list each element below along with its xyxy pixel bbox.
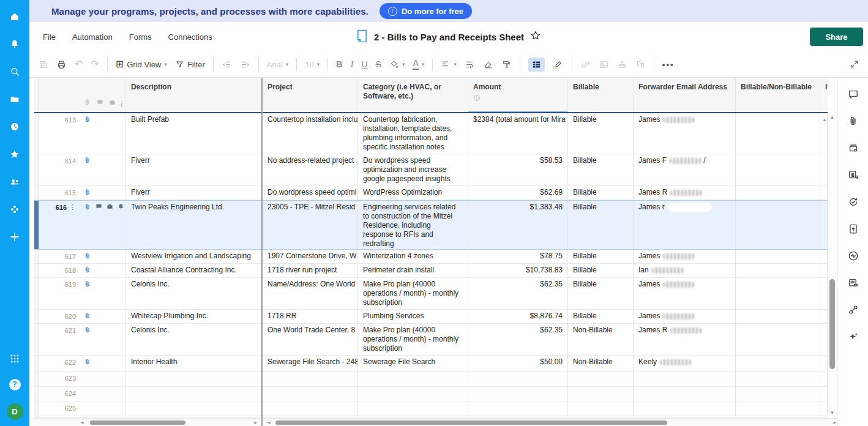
attachment-icon[interactable] xyxy=(83,326,92,337)
cell-description[interactable]: Celonis Inc. xyxy=(125,278,261,309)
row-number[interactable]: 617 xyxy=(65,252,76,261)
cell-amount[interactable] xyxy=(468,402,568,416)
cell-forwarder-email[interactable]: James F / xyxy=(634,154,736,185)
cell-category[interactable]: Countertop fabrication, installation, te… xyxy=(358,113,468,154)
more-options-icon[interactable]: ••• xyxy=(662,60,675,69)
cell-project[interactable]: 1907 Cornerstone Drive, W xyxy=(263,250,358,263)
create-icon[interactable] xyxy=(8,230,21,244)
cell-billable-non-billable[interactable] xyxy=(736,387,820,401)
cell-billable-non-billable[interactable] xyxy=(736,250,820,263)
cell-category[interactable] xyxy=(358,387,468,401)
cell-forwarder-email[interactable]: James xyxy=(634,278,736,309)
row-number-header[interactable] xyxy=(39,78,80,112)
cell-item[interactable] xyxy=(820,387,828,401)
cell-billable[interactable]: Non-Billable xyxy=(568,324,634,355)
vertical-scrollbar[interactable]: ▴ ▾ xyxy=(828,114,837,418)
view-selector[interactable]: ⊞ Grid View ▾ xyxy=(116,59,167,69)
cell-item[interactable] xyxy=(820,372,828,386)
row-select-strip[interactable] xyxy=(34,356,39,371)
cell-project[interactable] xyxy=(263,402,358,416)
row-number[interactable]: 616 xyxy=(56,203,67,212)
cell-row-tools[interactable] xyxy=(80,264,125,277)
cell-row-tools[interactable] xyxy=(80,310,125,323)
cell-description[interactable]: Celonis Inc. xyxy=(125,324,261,355)
account-avatar[interactable]: D xyxy=(7,403,23,420)
row-select-strip[interactable] xyxy=(34,201,39,249)
row-number[interactable]: 613 xyxy=(65,116,76,125)
italic-icon[interactable]: I xyxy=(350,59,353,70)
cell-item[interactable] xyxy=(820,310,828,323)
cell-billable[interactable]: Billable xyxy=(568,310,634,323)
column-header-item[interactable]: Item xyxy=(820,78,828,112)
cell-forwarder-email[interactable] xyxy=(634,402,736,416)
row-number[interactable]: 622 xyxy=(65,358,76,367)
frozen-pane-hscrollbar[interactable]: ◂ ▸ xyxy=(81,419,257,426)
app-launcher-icon[interactable] xyxy=(8,352,21,365)
cell-amount[interactable] xyxy=(468,372,568,386)
cell-billable[interactable]: Billable xyxy=(568,154,634,185)
cell-row-number[interactable]: 623 xyxy=(39,372,80,386)
cell-row-tools[interactable] xyxy=(80,387,125,401)
connections-icon[interactable] xyxy=(847,303,860,316)
cell-project[interactable] xyxy=(263,372,358,386)
cell-forwarder-email[interactable] xyxy=(634,387,736,401)
row-number[interactable]: 618 xyxy=(65,266,76,275)
attachment-icon[interactable] xyxy=(83,312,92,323)
column-header-desc[interactable]: Description xyxy=(125,78,261,112)
cell-category[interactable]: WordPress Optimization xyxy=(358,186,468,200)
strikethrough-icon[interactable]: S xyxy=(376,59,381,69)
expand-icon[interactable] xyxy=(850,59,859,69)
cell-row-number[interactable]: 619 xyxy=(39,278,80,309)
row-select-strip[interactable] xyxy=(34,402,39,416)
cell-forwarder-email[interactable]: Ian xyxy=(634,264,736,277)
column-header-billable[interactable]: Billable xyxy=(568,78,634,112)
cell-amount[interactable]: $2384 (total amount for Mira xyxy=(468,113,568,154)
menu-forms[interactable]: Forms xyxy=(129,32,152,42)
hscroll-thumb[interactable] xyxy=(90,420,185,425)
search-icon[interactable] xyxy=(8,65,21,78)
cell-row-tools[interactable] xyxy=(80,201,125,249)
cell-category[interactable]: Winterization 4 zones xyxy=(358,250,468,263)
cell-forwarder-email[interactable]: Keely xyxy=(634,356,736,371)
column-header-project[interactable]: Project xyxy=(263,78,358,112)
menu-file[interactable]: File xyxy=(43,32,56,42)
cell-billable[interactable]: Billable xyxy=(568,186,634,200)
update-requests-icon[interactable] xyxy=(847,195,860,209)
comments-icon[interactable] xyxy=(847,88,860,101)
cell-description[interactable]: Coastal Alliance Contracting Inc. xyxy=(125,264,261,277)
format-painter-icon[interactable] xyxy=(501,59,512,70)
attachment-icon[interactable] xyxy=(83,252,92,263)
info-icon[interactable] xyxy=(473,94,481,104)
cell-row-tools[interactable] xyxy=(80,356,125,371)
attachment-column-icon[interactable] xyxy=(83,98,92,109)
cell-item[interactable] xyxy=(820,186,828,200)
favorite-star-icon[interactable] xyxy=(530,30,541,43)
cell-billable[interactable]: Billable xyxy=(568,201,634,249)
scroll-left-icon[interactable]: ◂ xyxy=(81,419,84,425)
highlight-icon[interactable] xyxy=(553,59,564,70)
row-select-strip[interactable] xyxy=(34,264,39,277)
cell-amount[interactable]: $78.75 xyxy=(468,250,568,263)
cell-shortcut-icon[interactable] xyxy=(635,59,646,70)
activity-log-icon[interactable] xyxy=(847,249,860,263)
text-color-icon[interactable]: A▾ xyxy=(413,59,424,69)
reminder-bell-icon[interactable] xyxy=(117,203,125,213)
cell-item[interactable] xyxy=(820,201,828,249)
cell-category[interactable]: Make Pro plan (40000 operations / month)… xyxy=(358,278,468,309)
row-select-strip[interactable] xyxy=(34,387,39,401)
sheet-summary-icon[interactable] xyxy=(847,276,860,290)
cell-project[interactable] xyxy=(263,387,358,401)
row-number[interactable]: 619 xyxy=(65,280,76,290)
cell-project[interactable]: Sewerage File Search - 248 xyxy=(263,356,358,371)
cell-description[interactable]: Fiverr xyxy=(125,154,261,185)
cell-forwarder-email[interactable]: James R xyxy=(634,186,736,200)
cell-project[interactable]: 1718 river run project xyxy=(263,264,358,277)
cell-view-toggle[interactable] xyxy=(528,58,545,72)
row-menu-icon[interactable]: ⋮ xyxy=(69,203,76,211)
clear-format-icon[interactable] xyxy=(483,59,493,70)
cell-billable-non-billable[interactable] xyxy=(736,154,820,185)
sharing-icon[interactable] xyxy=(8,175,21,189)
cell-row-number[interactable]: 618 xyxy=(39,264,80,277)
cell-forwarder-email[interactable]: James xyxy=(634,250,736,263)
cell-row-tools[interactable] xyxy=(80,372,125,386)
